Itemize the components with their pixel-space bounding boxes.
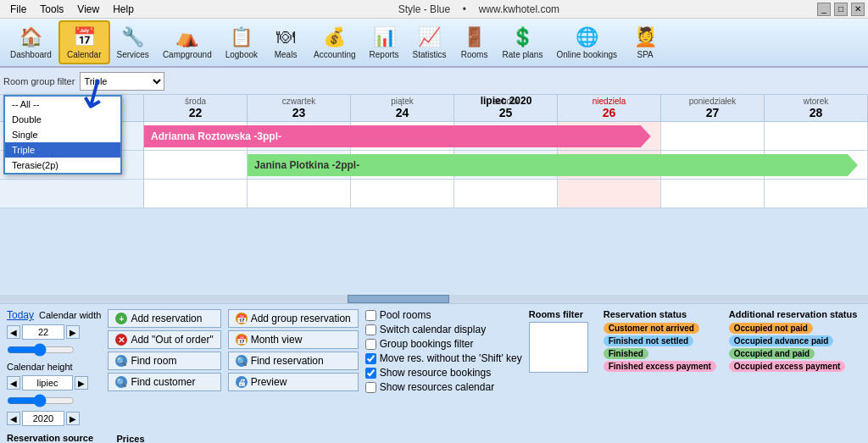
close-button[interactable]: ✕ [851,3,865,16]
table-row [0,180,868,208]
horizontal-scrollbar[interactable] [0,295,868,303]
pool-rooms-checkbox[interactable] [365,310,376,321]
month-prev-button[interactable]: ◀ [7,376,20,390]
show-resource-checkbox[interactable] [365,368,376,379]
nav-reports[interactable]: 📊 Reports [363,20,406,64]
switch-display-label: Switch calendar display [380,324,486,335]
day-prev-button[interactable]: ◀ [7,325,20,339]
menu-view[interactable]: View [70,2,106,17]
dropdown-triple[interactable]: Triple [5,142,120,158]
add-reservation-label: Add reservation [131,313,202,324]
nav-services[interactable]: 🔧 Services [110,20,156,64]
find-reservation-icon: 🔍 [236,355,248,367]
month-nav-row: ◀ ▶ [7,375,101,390]
nav-calendar[interactable]: 📅 Calendar [58,20,110,64]
check-move-res: Move res. without the 'Shift' key [365,352,522,364]
nav-rooms-label: Rooms [461,50,488,59]
legend-not-arrived: Customer not arrived [604,323,722,334]
calendar-width-slider[interactable] [7,343,75,357]
add-legend-1: Occupied not paid [729,323,858,334]
preview-label: Preview [251,376,287,388]
year-prev-button[interactable]: ◀ [7,412,20,425]
table-row: Adrianna Roztowska -3ppl- [0,122,868,151]
menu-bar: File Tools View Help Style - Blue • www.… [0,0,868,19]
nav-logbook[interactable]: 📋 Logbook [219,20,264,64]
menu-file[interactable]: File [3,2,33,17]
day-cell-27-r1[interactable] [661,122,765,150]
find-customer-button[interactable]: 🔍 Find customer [108,373,220,391]
month-input[interactable] [22,375,73,390]
calendar-empty-space [0,208,868,293]
add-group-reservation-icon: 📅 [236,313,248,324]
preview-button[interactable]: 🖨 Preview [228,373,359,391]
dropdown-single[interactable]: Single [5,127,120,142]
group-bookings-checkbox[interactable] [365,339,376,350]
table-row: Janina Plotkina -2ppl- [0,151,868,180]
add-out-of-order-button[interactable]: ✕ Add "Out of order" [108,330,220,349]
year-input[interactable] [22,411,64,426]
services-icon: 🔧 [121,26,144,48]
find-customer-icon: 🔍 [115,376,127,388]
reservation-adrianna[interactable]: Adrianna Roztowska -3ppl- [144,125,651,147]
scroll-thumb[interactable] [348,295,449,303]
meals-icon: 🍽 [276,26,295,48]
rooms-filter-box[interactable] [529,322,588,373]
nav-rateplans-label: Rate plans [503,50,543,59]
find-room-icon: 🔍 [115,355,127,367]
add-reservation-button[interactable]: + Add reservation [108,309,220,328]
find-reservation-button[interactable]: 🔍 Find reservation [228,352,359,370]
switch-display-checkbox[interactable] [365,324,376,335]
room-group-filter[interactable]: Triple [80,72,164,91]
today-button[interactable]: Today [7,309,34,321]
nav-rateplans[interactable]: 💲 Rate plans [496,20,550,64]
show-resource-label: Show resource bookings [380,367,491,379]
window-controls: _ □ ✕ [817,3,865,16]
reservation-janina[interactable]: Janina Plotkina -2ppl- [248,154,858,176]
day-num-25: 25 [499,106,513,119]
day-cell-22-r2[interactable] [144,151,248,179]
move-res-checkbox[interactable] [365,353,376,364]
minimize-button[interactable]: _ [817,3,831,16]
nav-campground[interactable]: ⛺ Campground [156,20,219,64]
reservation-status-legend: Reservation status Customer not arrived … [604,309,722,372]
add-group-reservation-button[interactable]: 📅 Add group reservation [228,309,359,328]
month-view-button[interactable]: 📅 Month view [228,330,359,349]
dropdown-double[interactable]: Double [5,112,120,127]
legend-excess: Finished excess payment [604,361,722,372]
date-header: lipiec 2020 środa 22 czwartek 23 piątek … [0,95,868,122]
filter-row: Room group filter Triple -- All -- Doubl… [0,68,868,95]
dropdown-terasie[interactable]: Terasie(2p) [5,158,120,173]
nav-bar: 🏠 Dashboard 📅 Calendar 🔧 Services ⛺ Camp… [0,19,868,68]
find-reservation-label: Find reservation [251,355,324,367]
nav-rooms[interactable]: 🚪 Rooms [453,20,496,64]
nav-statistics[interactable]: 📈 Statistics [406,20,453,64]
dropdown-all[interactable]: -- All -- [5,97,120,112]
date-nav-section: Today Calendar width ◀ ▶ Calendar height… [7,309,101,426]
nav-meals[interactable]: 🍽 Meals [264,20,307,64]
maximize-button[interactable]: □ [834,3,848,16]
day-cell-28-r1[interactable] [765,122,868,150]
additional-status-title: Additional reservation status [729,309,858,319]
additional-status-legend: Additional reservation status Occupied n… [729,309,858,372]
statistics-icon: 📈 [418,26,441,48]
day-next-button[interactable]: ▶ [66,325,80,339]
nav-dashboard[interactable]: 🏠 Dashboard [3,20,58,64]
find-room-button[interactable]: 🔍 Find room [108,352,220,370]
add-out-of-order-label: Add "Out of order" [131,334,213,346]
month-next-button[interactable]: ▶ [75,376,88,390]
calendar-icon: 📅 [73,26,96,48]
menu-help[interactable]: Help [106,2,141,17]
nav-onlinebookings[interactable]: 🌐 Online bookings [549,20,624,64]
calendar-height-slider[interactable] [7,394,75,407]
pool-rooms-label: Pool rooms [380,309,431,321]
nav-calendar-label: Calendar [67,50,102,59]
year-next-button[interactable]: ▶ [66,412,80,425]
add-legend-badge-3: Occupied and paid [729,348,815,359]
show-resources-cal-checkbox[interactable] [365,382,376,393]
nav-accounting[interactable]: 💰 Accounting [307,20,362,64]
nav-spa[interactable]: 💆 SPA [624,20,666,64]
height-slider-row [7,394,101,407]
day-input[interactable] [22,324,64,340]
day-num-23: 23 [292,106,306,119]
menu-tools[interactable]: Tools [33,2,70,17]
